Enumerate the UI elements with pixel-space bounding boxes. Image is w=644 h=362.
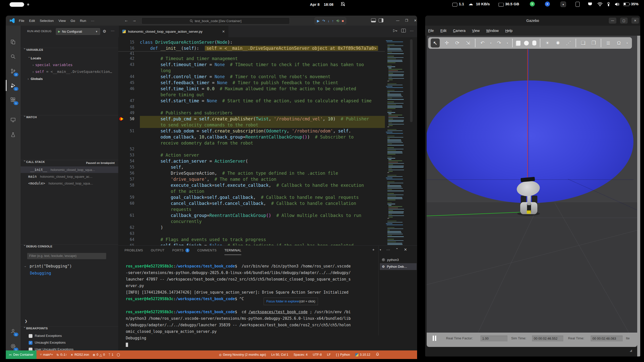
code-line[interactable]: 53 # Action server [118, 152, 385, 158]
code-line[interactable]: to send velocity commands to the robot [118, 122, 385, 128]
menu-file[interactable]: File [19, 19, 24, 23]
breakpoint-checkbox[interactable]: ✓ [29, 341, 32, 345]
breakpoint-item[interactable]: ✓Uncaught Exceptions [21, 340, 118, 346]
window-minimize-button[interactable]: — [394, 18, 401, 23]
notifications-bell-icon[interactable] [376, 352, 379, 357]
window-restore-button[interactable]: ❐ [403, 18, 410, 23]
panel-more-icon[interactable]: ··· [386, 247, 390, 252]
code-line[interactable]: 46 self.time_limit = 0.0 # Maximum allow… [118, 86, 385, 92]
sync-app-icon[interactable]: ✕ [530, 2, 535, 7]
menu-[interactable]: ··· [91, 19, 94, 23]
testing-icon[interactable] [8, 130, 18, 140]
code-line[interactable]: 54 self.action_server = ActionServer( [118, 158, 385, 164]
python-version-item[interactable]: 3.10.12 [355, 353, 370, 356]
gazebo-close-button[interactable]: ✕ [631, 18, 639, 24]
minimap[interactable] [385, 39, 409, 245]
breakpoints-section-header[interactable]: ›BREAKPOINTS [21, 326, 118, 333]
callstack-frame[interactable]: <module> holonomic_closed_loop_squa… [21, 180, 118, 187]
encoding[interactable]: UTF-8 [313, 353, 322, 356]
real-time-value[interactable]: 00 00:02:48.083 [591, 336, 623, 341]
accounts-icon[interactable]: 1 [8, 326, 18, 336]
tab-close-icon[interactable]: ✕ [222, 29, 225, 33]
new-terminal-icon[interactable]: + [372, 247, 375, 252]
nav-forward-icon[interactable]: → [132, 18, 136, 23]
indentation[interactable]: Spaces: 4 [294, 353, 308, 356]
code-line[interactable]: 65 self.flag_finish = False # Flag to in… [118, 243, 385, 245]
spot-light[interactable]: ✺ [554, 40, 561, 46]
variable-row[interactable]: ›self = <__main__.DriveSquareAction… [32, 70, 112, 74]
nav-back-icon[interactable]: ← [124, 18, 128, 23]
pause-icon[interactable] [433, 336, 434, 341]
breakpoint-item[interactable]: Raised Exceptions [21, 333, 118, 340]
command-center[interactable]: test_book_code [Dev Container] [141, 17, 290, 24]
terminal-dropdown-icon[interactable]: ▾ [380, 247, 381, 252]
callstack-frame[interactable]: __init__ holonomic_closed_loop_squa… [21, 166, 118, 173]
resize-grip[interactable]: ◢ [630, 349, 633, 352]
terminal-link[interactable]: /workspaces/test_book_code [249, 310, 308, 314]
cursor-position[interactable]: Ln 50, Col 1 [271, 353, 288, 356]
gazebo-viewport[interactable]: ↖✛⟳⇲↶▾↷▾☀✺⋰❏❐≣Ω▾ [427, 36, 637, 333]
debug-status-icon[interactable] [117, 353, 120, 356]
menu-edit[interactable]: Edit [440, 29, 447, 33]
code-line[interactable]: 16 def __init__(self): self = <__main__.… [118, 45, 385, 51]
redo-button[interactable]: ↷ [496, 40, 503, 46]
menu-edit[interactable]: Edit [29, 19, 35, 23]
code-line[interactable]: 47 self.start_time = None # Start time o… [118, 98, 385, 104]
code-line[interactable]: 50 self.pub_cmd = self.create_publisher(… [118, 116, 385, 122]
editor-tab[interactable]: holonomic_closed_loop_square_action_serv… [119, 26, 228, 37]
menu-file[interactable]: File [428, 29, 434, 33]
panel-maximize-icon[interactable]: ⌃ [395, 247, 399, 252]
debug-step-over-button[interactable]: ↷ [322, 19, 325, 23]
breakpoint-checkbox[interactable] [29, 334, 32, 338]
point-light[interactable]: ☀ [544, 40, 551, 46]
code-line[interactable]: odom_callback, 10,callback_group=Reentra… [118, 134, 385, 140]
language-mode[interactable]: { }Python [336, 353, 350, 356]
debug-restart-button[interactable]: ⟲ [336, 19, 339, 23]
code-line[interactable]: requests [118, 206, 385, 212]
redo-dropdown[interactable]: ▾ [506, 42, 509, 44]
code-line[interactable]: 45 self.feedback_timer = None # Timer to… [118, 80, 385, 86]
select-tool[interactable]: ↖ [431, 38, 440, 48]
sidebar-more-icon[interactable]: ··· [111, 28, 114, 33]
editor-app-icon[interactable]: ▲ [560, 2, 566, 7]
terminal[interactable]: ros_user@4e5272958b3c:/workspaces/test_b… [126, 263, 377, 348]
code-line[interactable]: 60 cancel_callback=self.cancel_callback,… [118, 200, 385, 206]
code-line[interactable]: 51 self.sub_odom = self.create_subscript… [118, 128, 385, 134]
code-line[interactable]: 15class DriveSquareActionServer(Node): [118, 39, 385, 45]
display-icon[interactable] [452, 3, 457, 7]
undo-button[interactable]: ↶ [479, 40, 486, 46]
scale-tool[interactable]: ⇲ [464, 40, 471, 46]
callstack-frame[interactable]: main holonomic_closed_loop_square_ac… [21, 173, 118, 180]
code-line[interactable]: 56 DriveSquareAction, # The action type … [118, 170, 385, 176]
code-line[interactable]: 59 goal_callback=self.goal_callback, # C… [118, 194, 385, 200]
volume-icon[interactable] [615, 2, 620, 8]
search-view-icon[interactable] [8, 52, 18, 61]
terminal-session[interactable]: python3 [380, 256, 417, 263]
debug-stop-button[interactable]: ■ [342, 19, 344, 23]
debug-step-out-button[interactable]: ↑ [332, 19, 334, 23]
code-line[interactable]: 41 [118, 51, 385, 56]
panel-close-icon[interactable]: ✕ [404, 247, 407, 252]
menu-view[interactable]: View [59, 19, 66, 23]
code-line[interactable]: 44 self.control_timer = None # Timer to … [118, 74, 385, 80]
settings-gear-icon[interactable]: 1 [8, 341, 18, 351]
panel-tab-output[interactable]: OUTPUT [151, 246, 164, 255]
code-line[interactable]: 42 # Timeout and timer management [118, 56, 385, 62]
panel-tab-terminal[interactable]: TERMINAL [224, 246, 241, 255]
run-debug-icon[interactable]: 1 [8, 81, 18, 90]
lock-icon[interactable] [607, 2, 610, 8]
extensions-icon[interactable]: 1 [8, 95, 18, 105]
variables-section-header[interactable]: ›VARIABLES [21, 48, 118, 54]
clipboard-icon[interactable] [576, 2, 580, 7]
sphere-shape[interactable] [524, 41, 529, 46]
explorer-icon[interactable] [8, 37, 18, 47]
snap-tool[interactable]: Ω [615, 40, 622, 46]
directional-light[interactable]: ⋰ [565, 40, 572, 46]
sim-time-value[interactable]: 00 00:02:46.552 [532, 336, 563, 341]
watch-section-header[interactable]: ›WATCH [21, 115, 118, 121]
window-close-button[interactable]: ✕ [412, 18, 417, 23]
view-dropdown[interactable]: ▾ [626, 42, 628, 44]
code-line[interactable]: 58 execute_callback=self.execute_callbac… [118, 182, 385, 188]
cylinder-shape[interactable] [532, 40, 536, 46]
ros-item[interactable]: ✕ROS2.iron [70, 353, 89, 357]
